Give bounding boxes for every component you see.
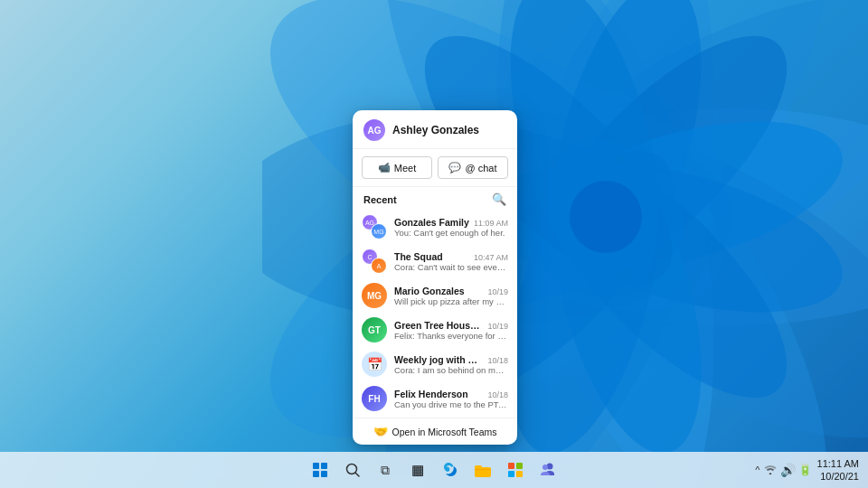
action-buttons: 📹 Meet 💬 @ chat (353, 149, 517, 187)
svg-point-14 (511, 93, 858, 299)
wifi-icon[interactable] (763, 463, 778, 478)
volume-icon[interactable]: 🔊 (780, 463, 796, 477)
tray-icons: ^ 🔊 🔋 (755, 463, 811, 478)
svg-point-17 (524, 122, 730, 469)
svg-point-16 (504, 115, 824, 435)
contact-preview: Can you drive me to the PTA today? (394, 399, 508, 409)
contact-avatar: FH (362, 386, 387, 411)
contact-avatar: GT (362, 317, 387, 343)
search-taskbar-button[interactable] (338, 455, 367, 484)
svg-point-0 (497, 0, 714, 343)
open-teams-footer[interactable]: 🤝 Open in Microsoft Teams (353, 418, 517, 445)
group-avatar: AG MG (362, 214, 387, 239)
chat-button[interactable]: 💬 @ chat (438, 156, 508, 179)
clock[interactable]: 11:11 AM 10/20/21 (817, 457, 859, 483)
video-icon: 📹 (378, 162, 391, 174)
chat-panel: AG Ashley Gonzales 📹 Meet 💬 @ chat Recen… (353, 110, 517, 445)
svg-point-15 (511, 135, 858, 341)
svg-rect-30 (516, 463, 523, 469)
chevron-icon[interactable]: ^ (755, 465, 760, 475)
desktop: AG Ashley Gonzales 📹 Meet 💬 @ chat Recen… (0, 0, 868, 488)
clock-time: 11:11 AM (817, 457, 859, 470)
contact-time: 10/18 (487, 356, 508, 365)
system-tray: ^ 🔊 🔋 11:11 AM 10/20/21 (755, 457, 859, 483)
contact-name: Gonzales Family (394, 217, 469, 228)
search-icon (344, 462, 361, 478)
edge-icon (441, 461, 459, 479)
svg-point-13 (504, 0, 824, 319)
contact-name: Mario Gonzales (394, 286, 465, 296)
svg-rect-29 (508, 463, 514, 469)
contact-time: 10/18 (487, 390, 508, 399)
clock-date: 10/20/21 (817, 470, 859, 483)
recent-header: Recent 🔍 (353, 187, 517, 210)
file-explorer-button[interactable] (468, 455, 497, 484)
teams-chat-button[interactable] (533, 455, 562, 484)
taskbar: ⧉ ▦ (0, 452, 868, 488)
contact-time: 10/19 (487, 287, 508, 296)
list-item[interactable]: MG Mario Gonzales 10/19 Will pick up piz… (353, 278, 517, 313)
taskbar-center: ⧉ ▦ (306, 455, 562, 484)
list-item[interactable]: C A The Squad 10:47 AM Cora: Can't wait … (353, 244, 517, 278)
contact-name: Weekly jog with Cora (394, 354, 484, 365)
teams-icon (539, 461, 557, 479)
contact-name: Green Tree House PTA (394, 320, 484, 331)
contact-list: AG MG Gonzales Family 11:09 AM You: Can'… (353, 210, 517, 418)
list-item[interactable]: AG MG Gonzales Family 11:09 AM You: Can'… (353, 210, 517, 244)
svg-rect-32 (516, 471, 523, 477)
contact-time: 10/19 (487, 322, 508, 331)
task-view-button[interactable]: ⧉ (371, 455, 400, 484)
contact-name: The Squad (394, 251, 443, 262)
svg-point-34 (542, 465, 548, 470)
contact-avatar: MG (362, 283, 387, 308)
list-item[interactable]: GT Green Tree House PTA 10/19 Felix: Tha… (353, 313, 517, 347)
recent-label: Recent (363, 194, 397, 205)
widgets-button[interactable]: ▦ (403, 455, 432, 484)
svg-point-25 (347, 465, 357, 474)
svg-rect-28 (475, 465, 482, 469)
contact-preview: You: Can't get enough of her. (394, 228, 508, 238)
list-item[interactable]: FH Felix Henderson 10/18 Can you drive m… (353, 381, 517, 416)
teams-icon: 🤝 (373, 425, 388, 438)
chat-icon: 💬 (448, 162, 461, 174)
contact-preview: Cora: I am so behind on my step goals. (394, 365, 508, 375)
contact-preview: Felix: Thanks everyone for attending tod… (394, 331, 508, 341)
user-avatar: AG (363, 119, 385, 141)
edge-button[interactable] (436, 455, 465, 484)
user-name: Ashley Gonzales (392, 124, 479, 136)
footer-text: Open in Microsoft Teams (392, 427, 497, 437)
contact-time: 10:47 AM (474, 253, 508, 262)
group-avatar: C A (362, 249, 387, 274)
search-button[interactable]: 🔍 (492, 192, 506, 206)
contact-time: 11:09 AM (474, 219, 508, 228)
list-item[interactable]: 📅 Weekly jog with Cora 10/18 Cora: I am … (353, 347, 517, 381)
contact-avatar: 📅 (362, 352, 387, 377)
contact-preview: Will pick up pizza after my practice. (394, 296, 508, 306)
panel-header: AG Ashley Gonzales (353, 110, 517, 149)
svg-rect-31 (508, 471, 514, 477)
svg-point-3 (479, 108, 868, 325)
contact-name: Felix Henderson (394, 389, 468, 399)
svg-point-12 (524, 0, 730, 312)
battery-icon[interactable]: 🔋 (798, 464, 812, 476)
store-button[interactable] (501, 455, 530, 484)
svg-point-24 (570, 181, 642, 253)
file-explorer-icon (474, 462, 492, 478)
svg-point-6 (497, 90, 714, 488)
svg-line-26 (356, 474, 360, 477)
contact-preview: Cora: Can't wait to see everyone! (394, 262, 508, 272)
store-icon (506, 461, 524, 479)
windows-start-button[interactable] (306, 455, 335, 484)
meet-button[interactable]: 📹 Meet (362, 156, 432, 179)
